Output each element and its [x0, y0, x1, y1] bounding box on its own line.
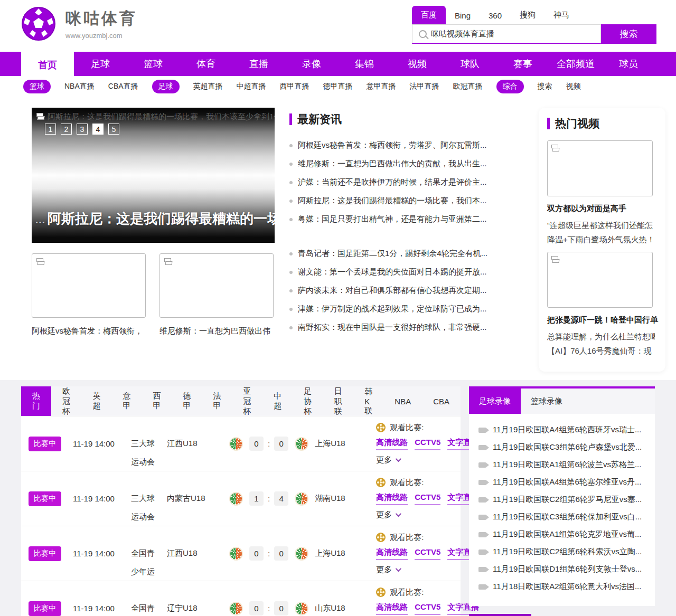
video-line[interactable]: “连超级巨星都这样我们还能怎: [547, 218, 655, 232]
slider-page-5[interactable]: 5: [108, 124, 119, 135]
news-link[interactable]: 谢文能：第一个丢球是我的失位面对日本踢的挺开放...: [298, 267, 487, 277]
featured-card[interactable]: 阿根廷vs秘鲁首发：梅西领衔，: [32, 253, 146, 336]
featured-title[interactable]: 维尼修斯：一直想为巴西做出伟: [159, 326, 274, 336]
cctv5-link[interactable]: CCTV5: [415, 492, 440, 505]
slider-page-4[interactable]: 4: [92, 124, 104, 135]
watch-ball-icon: [376, 533, 386, 542]
nav-item-events[interactable]: 赛事: [496, 52, 549, 76]
hot-video-item[interactable]: 双方都以为对面是高手 “连超级巨星都这样我们还能怎 降温+下雨白鹭场外气氛火热！: [547, 140, 655, 247]
subnav-epl-live[interactable]: 英超直播: [193, 82, 223, 91]
subnav-football[interactable]: 足球: [152, 80, 180, 93]
nav-item-football[interactable]: 足球: [74, 52, 127, 76]
featured-title[interactable]: 阿根廷vs秘鲁首发：梅西领衔，: [32, 326, 146, 336]
search-button[interactable]: 搜索: [601, 24, 656, 44]
nav-item-all-channels[interactable]: 全部频道: [549, 52, 602, 76]
recording-link[interactable]: 11月19日欧国联C3组第6轮卢森堡vs北爱...: [493, 442, 642, 452]
nav-item-recordings[interactable]: 录像: [285, 52, 338, 76]
video-thumbnail[interactable]: [547, 252, 653, 308]
recording-link[interactable]: 11月19日欧国联A4组第6轮西班牙vs瑞士...: [493, 425, 641, 435]
nav-item-videos[interactable]: 视频: [391, 52, 444, 76]
news-link[interactable]: 津媒：伊万制定的战术起到效果，定位球防守已成为...: [298, 304, 487, 314]
subnav-cba-live[interactable]: CBA直播: [108, 82, 138, 91]
video-title[interactable]: 双方都以为对面是高手: [547, 204, 655, 214]
slider-page-3[interactable]: 3: [77, 124, 88, 135]
tab-cba[interactable]: CBA: [422, 386, 461, 416]
recording-link[interactable]: 11月19日欧国联D1组第6轮列支敦士登vs...: [493, 564, 642, 574]
featured-thumbnail[interactable]: [159, 253, 274, 318]
engine-tab-bing[interactable]: Bing: [446, 7, 480, 24]
engine-tab-baidu[interactable]: 百度: [412, 6, 446, 24]
tab-nba[interactable]: NBA: [383, 386, 422, 416]
nav-item-live[interactable]: 直播: [232, 52, 285, 76]
engine-tab-360[interactable]: 360: [480, 7, 511, 24]
subnav-misc[interactable]: 综合: [496, 80, 524, 93]
hero-slider[interactable]: 阿斯拉尼：这是我们踢得最糟糕的一场比赛，我们本该至少拿到1分 1 2 3 4 5…: [32, 108, 275, 243]
recording-link[interactable]: 11月19日欧国联A1组第6轮波兰vs苏格兰...: [493, 460, 641, 470]
tab-laliga[interactable]: 西甲: [142, 386, 172, 416]
subnav-laliga-live[interactable]: 西甲直播: [280, 82, 309, 91]
subnav-basketball[interactable]: 篮球: [23, 80, 51, 93]
recording-link[interactable]: 11月19日欧国联C3组第6轮保加利亚vs白...: [493, 512, 642, 522]
video-line[interactable]: 降温+下雨白鹭场外气氛火热！: [547, 232, 655, 247]
tab-epl[interactable]: 英超: [82, 386, 112, 416]
tab-ucl[interactable]: 欧冠杯: [51, 386, 82, 416]
video-line[interactable]: 【AI】76人16号秀魔仙哥：现: [547, 344, 655, 358]
news-link[interactable]: 阿根廷vs秘鲁首发：梅西领衔，劳塔罗、阿尔瓦雷斯...: [298, 140, 487, 150]
tab-jleague[interactable]: 日职联: [323, 386, 354, 416]
tab-kleague[interactable]: 韩K联: [353, 386, 383, 416]
video-line[interactable]: 总算能理解，为什么杜兰特想喝: [547, 329, 655, 344]
subnav-seriea-live[interactable]: 意甲直播: [367, 82, 396, 91]
hd-line-link[interactable]: 高清线路: [376, 492, 408, 505]
recording-link[interactable]: 11月18日欧国联A2组第6轮意大利vs法国...: [493, 582, 641, 592]
hd-line-link[interactable]: 高清线路: [376, 547, 408, 560]
hd-line-link[interactable]: 高清线路: [376, 602, 408, 615]
news-link[interactable]: 粤媒：国足只要打出精气神，还是有能力与亚洲第二...: [298, 214, 487, 224]
tab-ligue1[interactable]: 法甲: [202, 386, 232, 416]
engine-tab-sougou[interactable]: 搜狗: [511, 6, 544, 24]
cctv5-link[interactable]: CCTV5: [415, 602, 440, 615]
tab-basketball-recordings[interactable]: 篮球录像: [521, 388, 572, 414]
subnav-search[interactable]: 搜索: [538, 82, 552, 91]
tab-football-recordings[interactable]: 足球录像: [469, 388, 521, 414]
slider-page-2[interactable]: 2: [61, 124, 72, 135]
hd-line-link[interactable]: 高清线路: [376, 438, 408, 450]
subnav-ligue1-live[interactable]: 法甲直播: [410, 82, 439, 91]
recording-link[interactable]: 11月19日欧国联C2组第6轮科索沃vs立陶...: [493, 547, 642, 557]
tab-csl[interactable]: 中超: [262, 386, 293, 416]
news-link[interactable]: 沪媒：当前还不是吹捧伊万的时候，结果才是评价主...: [298, 177, 487, 187]
news-link[interactable]: 青岛记者：国足距第二仅1分，踢好剩余4轮完全有机...: [298, 249, 487, 259]
recording-link[interactable]: 11月19日欧国联A4组第6轮塞尔维亚vs丹...: [493, 477, 641, 487]
nav-item-teams[interactable]: 球队: [444, 52, 496, 76]
slider-caption[interactable]: …阿斯拉尼：这是我们踢得最糟糕的一场比赛，我们: [35, 210, 275, 228]
tab-acl[interactable]: 亚冠杯: [232, 386, 263, 416]
nav-item-basketball[interactable]: 篮球: [127, 52, 180, 76]
subnav-csl-live[interactable]: 中超直播: [237, 82, 266, 91]
hot-video-item[interactable]: 把张曼源吓一跳！哈登中国行单 总算能理解，为什么杜兰特想喝 【AI】76人16号…: [547, 252, 655, 358]
recording-link[interactable]: 11月19日欧国联C2组第6轮罗马尼亚vs塞...: [493, 495, 642, 505]
video-thumbnail[interactable]: [547, 140, 653, 196]
recording-link[interactable]: 11月19日欧国联A1组第6轮克罗地亚vs葡...: [493, 529, 641, 539]
search-input[interactable]: [431, 30, 596, 39]
news-link[interactable]: 萨内谈未来：对自己和俱乐部都有信心我想再次定期...: [298, 286, 487, 296]
subnav-bundesliga-live[interactable]: 德甲直播: [323, 82, 353, 91]
nav-item-sports[interactable]: 体育: [180, 52, 232, 76]
featured-card[interactable]: 维尼修斯：一直想为巴西做出伟: [159, 253, 274, 336]
cctv5-link[interactable]: CCTV5: [415, 438, 440, 450]
news-link[interactable]: 阿斯拉尼：这是我们踢得最糟糕的一场比赛，我们本...: [298, 196, 487, 206]
tab-bundesliga[interactable]: 德甲: [172, 386, 202, 416]
nav-item-players[interactable]: 球员: [602, 52, 655, 76]
tab-fa-cup[interactable]: 足协杯: [293, 386, 323, 416]
featured-thumbnail[interactable]: [32, 253, 146, 318]
news-link[interactable]: 维尼修斯：一直想为巴西做出伟大的贡献，我从出生...: [298, 159, 487, 169]
cctv5-link[interactable]: CCTV5: [415, 547, 440, 560]
video-title[interactable]: 把张曼源吓一跳！哈登中国行单: [547, 315, 655, 325]
tab-seriea[interactable]: 意甲: [112, 386, 142, 416]
subnav-video[interactable]: 视频: [566, 82, 581, 91]
news-link[interactable]: 南野拓实：现在中国队是一支很好的球队，非常强硬...: [298, 323, 487, 333]
subnav-ucl-live[interactable]: 欧冠直播: [453, 82, 483, 91]
subnav-nba-live[interactable]: NBA直播: [64, 82, 95, 91]
engine-tab-shenma[interactable]: 神马: [544, 6, 578, 24]
slider-page-1[interactable]: 1: [45, 124, 56, 135]
nav-item-highlights[interactable]: 集锦: [338, 52, 391, 76]
tab-hot[interactable]: 热门: [21, 386, 51, 416]
